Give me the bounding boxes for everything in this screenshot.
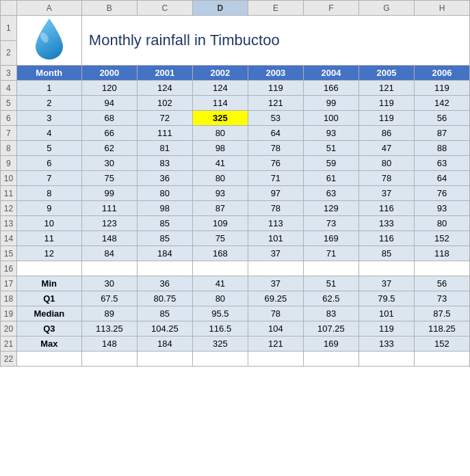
stats-row-median: 19 Median 89 85 95.5 78 83 101 87.5 [1,306,470,321]
stats-row-q1: 18 Q1 67.5 80.75 80 69.25 62.5 79.5 73 [1,291,470,306]
empty-row-16: 16 [1,261,470,276]
logo-cell [16,16,81,66]
row-num-2: 2 [1,40,17,66]
col-month-header: Month [16,66,81,81]
data-row-2: 5 2 94 102 114 121 99 119 142 [1,96,470,111]
data-row-12: 15 12 84 184 168 37 71 85 118 [1,246,470,261]
stats-row-max: 21 Max 148 184 325 121 169 133 152 [1,336,470,352]
col-header-row: A B C D E F G H [1,1,470,16]
col-header-h: H [414,1,469,16]
col-header-f: F [303,1,358,16]
title-row-1: 1 Monthly rainfall in Timbuctoo [1,16,470,41]
data-row-11: 14 11 148 85 75 101 169 116 152 [1,231,470,246]
data-row-3: 6 3 68 72 325 53 100 119 56 [1,111,470,126]
col-2005-header: 2005 [358,66,414,81]
col-header-g: G [358,1,414,16]
col-header-d: D [192,1,248,16]
data-row-4: 7 4 66 111 80 64 93 86 87 [1,126,470,141]
data-row-10: 13 10 123 85 109 113 73 133 80 [1,216,470,231]
col-2003-header: 2003 [248,66,303,81]
stats-row-min: 17 Min 30 36 41 37 51 37 56 [1,276,470,291]
row-num-3: 3 [1,66,17,81]
corner-cell [1,1,17,16]
empty-row-22: 22 [1,352,470,367]
col-2004-header: 2004 [303,66,358,81]
col-2002-header: 2002 [192,66,248,81]
stats-row-q3: 20 Q3 113.25 104.25 116.5 104 107.25 119… [1,321,470,336]
col-header-a: A [16,1,81,16]
data-row-9: 12 9 111 98 87 78 129 116 93 [1,201,470,216]
water-drop-icon [32,17,66,62]
year-header-row: 3 Month 2000 2001 2002 2003 2004 2005 20… [1,66,470,81]
data-row-7: 10 7 75 36 80 71 61 78 64 [1,171,470,186]
col-header-e: E [248,1,303,16]
highlighted-cell: 325 [192,111,248,126]
data-row-1: 4 1 120 124 124 119 166 121 119 [1,81,470,96]
col-2001-header: 2001 [137,66,192,81]
data-row-5: 8 5 62 81 98 78 51 47 88 [1,141,470,156]
col-2000-header: 2000 [81,66,137,81]
col-2006-header: 2006 [414,66,469,81]
col-header-b: B [81,1,137,16]
col-header-c: C [137,1,192,16]
spreadsheet-title: Monthly rainfall in Timbuctoo [81,16,469,66]
row-num-1: 1 [1,16,17,41]
data-row-8: 11 8 99 80 93 97 63 37 76 [1,186,470,201]
data-row-6: 9 6 30 83 41 76 59 80 63 [1,156,470,171]
spreadsheet: A B C D E F G H 1 [0,0,470,367]
